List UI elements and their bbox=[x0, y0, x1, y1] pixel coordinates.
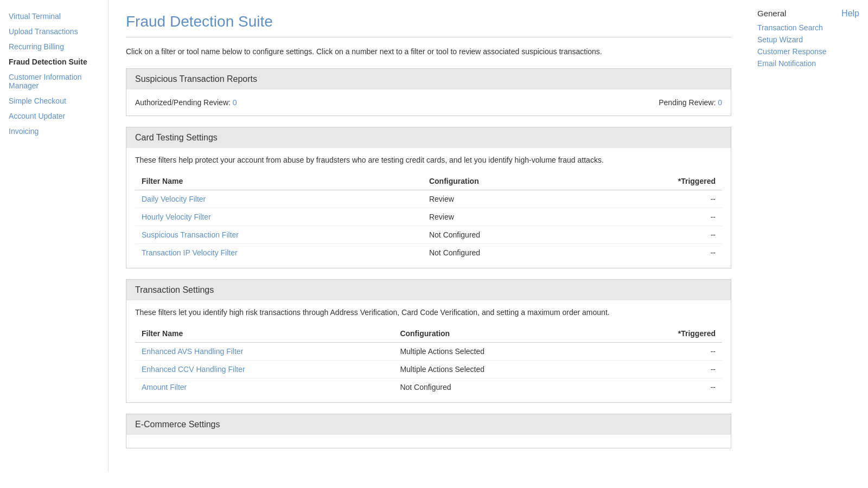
str-body: Authorized/Pending Review: 0Pending Revi… bbox=[126, 89, 731, 116]
section-header-transaction-settings: Transaction Settings bbox=[126, 279, 731, 300]
filter-name-cell: Transaction IP Velocity Filter bbox=[135, 244, 423, 262]
filter-name-cell: Suspicious Transaction Filter bbox=[135, 226, 423, 244]
filter-triggered-cell: -- bbox=[610, 361, 722, 378]
title-divider bbox=[126, 37, 731, 37]
general-link-customer-response[interactable]: Customer Response bbox=[757, 47, 859, 56]
filter-link-enhanced-ccv-handling-filter[interactable]: Enhanced CCV Handling Filter bbox=[142, 365, 245, 374]
str-row: Authorized/Pending Review: 0Pending Revi… bbox=[135, 96, 722, 109]
filter-config-cell: Review bbox=[423, 190, 590, 208]
section-desc-transaction-settings: These filters let you identify high risk… bbox=[135, 307, 722, 318]
section-suspicious-transaction-reports: Suspicious Transaction ReportsAuthorized… bbox=[126, 68, 731, 116]
main-content: Fraud Detection Suite Click on a filter … bbox=[108, 0, 749, 472]
authorized-value-link[interactable]: 0 bbox=[233, 98, 237, 107]
col-header-configuration: Configuration bbox=[393, 325, 610, 343]
filter-config-cell: Not Configured bbox=[423, 226, 590, 244]
sidebar-item-fraud-detection-suite: Fraud Detection Suite bbox=[0, 54, 108, 69]
col-header-filter-name: Filter Name bbox=[135, 172, 423, 190]
filter-link-hourly-velocity-filter[interactable]: Hourly Velocity Filter bbox=[142, 213, 211, 221]
page-title: Fraud Detection Suite bbox=[126, 13, 731, 30]
table-row: Daily Velocity FilterReview-- bbox=[135, 190, 722, 208]
filter-triggered-cell: -- bbox=[590, 190, 723, 208]
filter-name-cell: Amount Filter bbox=[135, 378, 393, 396]
right-sidebar: General Transaction SearchSetup WizardCu… bbox=[749, 0, 868, 472]
partial-body-e-commerce-settings bbox=[126, 435, 731, 448]
col-header-triggered: *Triggered bbox=[610, 325, 722, 343]
sidebar-item-customer-information-manager[interactable]: Customer Information Manager bbox=[0, 69, 108, 93]
filter-link-amount-filter[interactable]: Amount Filter bbox=[142, 383, 187, 391]
table-row: Suspicious Transaction FilterNot Configu… bbox=[135, 226, 722, 244]
general-link-transaction-search[interactable]: Transaction Search bbox=[757, 23, 859, 32]
table-body-card-testing-settings: These filters help protect your account … bbox=[126, 148, 731, 268]
sections-container: Suspicious Transaction ReportsAuthorized… bbox=[126, 68, 731, 448]
filter-name-cell: Hourly Velocity Filter bbox=[135, 208, 423, 226]
filter-name-cell: Enhanced AVS Handling Filter bbox=[135, 343, 393, 361]
filter-link-suspicious-transaction-filter[interactable]: Suspicious Transaction Filter bbox=[142, 230, 239, 239]
pending-review-label: Pending Review: 0 bbox=[659, 98, 722, 107]
filter-link-enhanced-avs-handling-filter[interactable]: Enhanced AVS Handling Filter bbox=[142, 347, 243, 356]
table-row: Enhanced CCV Handling FilterMultiple Act… bbox=[135, 361, 722, 378]
help-link[interactable]: Help bbox=[841, 9, 859, 18]
general-link-email-notification[interactable]: Email Notification bbox=[757, 59, 859, 68]
section-transaction-settings: Transaction SettingsThese filters let yo… bbox=[126, 279, 731, 403]
col-header-filter-name: Filter Name bbox=[135, 325, 393, 343]
filter-link-daily-velocity-filter[interactable]: Daily Velocity Filter bbox=[142, 195, 206, 203]
sidebar-item-upload-transactions[interactable]: Upload Transactions bbox=[0, 24, 108, 39]
table-body-transaction-settings: These filters let you identify high risk… bbox=[126, 300, 731, 403]
filter-table-card-testing-settings: Filter NameConfiguration*TriggeredDaily … bbox=[135, 172, 722, 261]
section-e-commerce-settings: E-Commerce Settings bbox=[126, 414, 731, 448]
filter-config-cell: Not Configured bbox=[423, 244, 590, 262]
authorized-pending-label: Authorized/Pending Review: 0 bbox=[135, 98, 237, 107]
pending-value-link[interactable]: 0 bbox=[718, 98, 722, 107]
sidebar-item-invoicing[interactable]: Invoicing bbox=[0, 124, 108, 139]
table-row: Amount FilterNot Configured-- bbox=[135, 378, 722, 396]
table-row: Transaction IP Velocity FilterNot Config… bbox=[135, 244, 722, 262]
sidebar-item-simple-checkout[interactable]: Simple Checkout bbox=[0, 93, 108, 108]
filter-triggered-cell: -- bbox=[610, 378, 722, 396]
filter-name-cell: Daily Velocity Filter bbox=[135, 190, 423, 208]
sidebar-item-virtual-terminal[interactable]: Virtual Terminal bbox=[0, 9, 108, 24]
section-desc-card-testing-settings: These filters help protect your account … bbox=[135, 155, 722, 166]
table-row: Enhanced AVS Handling FilterMultiple Act… bbox=[135, 343, 722, 361]
section-card-testing-settings: Card Testing SettingsThese filters help … bbox=[126, 127, 731, 268]
intro-text: Click on a filter or tool name below to … bbox=[126, 46, 731, 57]
filter-triggered-cell: -- bbox=[610, 343, 722, 361]
general-link-setup-wizard[interactable]: Setup Wizard bbox=[757, 35, 859, 44]
section-header-card-testing-settings: Card Testing Settings bbox=[126, 127, 731, 148]
table-row: Hourly Velocity FilterReview-- bbox=[135, 208, 722, 226]
filter-config-cell: Not Configured bbox=[393, 378, 610, 396]
filter-config-cell: Multiple Actions Selected bbox=[393, 343, 610, 361]
filter-config-cell: Multiple Actions Selected bbox=[393, 361, 610, 378]
general-links: Transaction SearchSetup WizardCustomer R… bbox=[757, 23, 859, 68]
filter-triggered-cell: -- bbox=[590, 226, 723, 244]
filter-triggered-cell: -- bbox=[590, 244, 723, 262]
sidebar-item-recurring-billing[interactable]: Recurring Billing bbox=[0, 39, 108, 54]
filter-triggered-cell: -- bbox=[590, 208, 723, 226]
col-header-configuration: Configuration bbox=[423, 172, 590, 190]
filter-table-transaction-settings: Filter NameConfiguration*TriggeredEnhanc… bbox=[135, 325, 722, 396]
sidebar: Virtual TerminalUpload TransactionsRecur… bbox=[0, 0, 108, 472]
filter-name-cell: Enhanced CCV Handling Filter bbox=[135, 361, 393, 378]
filter-config-cell: Review bbox=[423, 208, 590, 226]
section-header-e-commerce-settings: E-Commerce Settings bbox=[126, 414, 731, 435]
sidebar-item-account-updater[interactable]: Account Updater bbox=[0, 108, 108, 124]
filter-link-transaction-ip-velocity-filter[interactable]: Transaction IP Velocity Filter bbox=[142, 248, 238, 257]
col-header-triggered: *Triggered bbox=[590, 172, 723, 190]
section-header-suspicious-transaction-reports: Suspicious Transaction Reports bbox=[126, 68, 731, 89]
